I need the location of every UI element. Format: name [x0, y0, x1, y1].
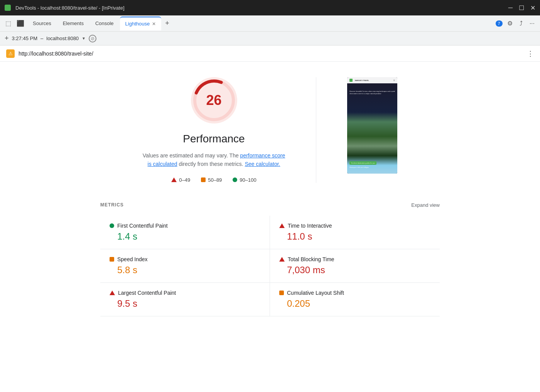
metric-tbt-name-row: Total Blocking Time	[279, 256, 430, 262]
performance-title: Performance	[183, 133, 245, 145]
cls-indicator-icon	[279, 291, 284, 295]
desc-middle: directly from these metrics.	[179, 161, 243, 167]
calculator-link[interactable]: See calculator.	[245, 161, 280, 167]
bad-range-label: 0–49	[179, 177, 190, 183]
preview-image: Discover beautiful Corsica, where stunni…	[347, 83, 397, 174]
inspect-button[interactable]: ⬛	[14, 17, 27, 29]
preview-site-title: MARGIE'S TRAVEL	[355, 79, 369, 81]
average-indicator-icon	[201, 177, 206, 182]
share-button[interactable]: ⤴	[517, 18, 525, 29]
section-divider	[316, 77, 316, 183]
tab-sources[interactable]: Sources	[27, 17, 57, 30]
metrics-header: METRICS Expand view	[100, 202, 440, 208]
device-toolbar-button[interactable]: ⬚	[3, 17, 14, 29]
time-display: 3:27:45 PM	[12, 35, 38, 41]
security-icon: ⚠	[6, 49, 15, 58]
title-bar-title: DevTools - localhost:8080/travel-site/ -…	[15, 5, 505, 11]
preview-tagline: Bastagne's hills and villages	[349, 166, 395, 168]
bad-indicator-icon	[171, 177, 177, 182]
url-display[interactable]: http://localhost:8080/travel-site/	[19, 51, 523, 57]
metric-fcp-name: First Contentful Paint	[117, 223, 168, 229]
metric-si-name: Speed Index	[117, 256, 148, 262]
average-range-label: 50–89	[208, 177, 222, 183]
desc-text: Values are estimated and may vary. The	[143, 152, 239, 159]
metric-lcp-name-row: Largest Contentful Paint	[110, 290, 260, 296]
legend-bad: 0–49	[171, 177, 190, 183]
tab-bar: ⬚ ⬛ Sources Elements Console Lighthouse …	[0, 15, 540, 32]
si-indicator-icon	[110, 257, 114, 262]
legend-average: 50–89	[201, 177, 222, 183]
tab-lighthouse[interactable]: Lighthouse ✕	[120, 17, 162, 30]
close-button[interactable]: ✕	[530, 4, 535, 12]
tab-console[interactable]: Console	[90, 17, 119, 30]
metric-tti-name-row: Time to Interactive	[279, 223, 430, 229]
lighthouse-content: 26 Performance Values are estimated and …	[85, 62, 455, 332]
tab-sources-label: Sources	[33, 20, 51, 26]
good-indicator-icon	[233, 177, 237, 182]
good-range-label: 90–100	[240, 177, 256, 183]
dropdown-icon[interactable]: ▼	[82, 36, 86, 41]
performance-gauge: 26	[191, 77, 237, 123]
preview-header: MARGIE'S TRAVEL ☰	[347, 77, 397, 83]
block-symbol: ⊘	[91, 36, 94, 41]
tab-elements-label: Elements	[63, 20, 84, 26]
lcp-indicator-icon	[110, 291, 115, 295]
score-preview-row: 26 Performance Values are estimated and …	[100, 77, 440, 183]
legend-row: 0–49 50–89 90–100	[171, 177, 256, 183]
site-preview: MARGIE'S TRAVEL ☰ Discover beautiful Cor…	[347, 77, 397, 174]
metric-cls: Cumulative Layout Shift 0.205	[270, 283, 440, 316]
tti-indicator-icon	[279, 223, 285, 228]
preview-hero-content: Discover beautiful Corsica, where stunni…	[349, 90, 395, 95]
metric-lcp: Largest Contentful Paint 9.5 s	[100, 283, 270, 316]
gauge-background: 26	[191, 77, 237, 123]
notification-badge: 7	[496, 20, 503, 27]
metric-tbt-name: Total Blocking Time	[288, 256, 334, 262]
metrics-section: METRICS Expand view First Contentful Pai…	[100, 202, 440, 316]
metric-tbt-value: 7,030 ms	[279, 265, 430, 275]
tab-elements[interactable]: Elements	[57, 17, 89, 30]
metric-tbt: Total Blocking Time 7,030 ms	[270, 249, 440, 283]
title-bar: DevTools - localhost:8080/travel-site/ -…	[0, 0, 540, 15]
metric-lcp-name: Largest Contentful Paint	[118, 290, 176, 296]
address-bar: + 3:27:45 PM – localhost:8080 ▼ ⊘	[0, 32, 540, 46]
metric-si-value: 5.8 s	[110, 265, 260, 275]
tab-console-label: Console	[95, 20, 114, 26]
gauge-number: 26	[206, 92, 221, 108]
tbt-indicator-icon	[279, 257, 285, 262]
metric-cls-value: 0.205	[279, 298, 430, 309]
metric-tti: Time to Interactive 11.0 s	[270, 216, 440, 249]
metric-cls-name: Cumulative Layout Shift	[287, 290, 344, 296]
settings-button[interactable]: ⚙	[505, 17, 515, 29]
main-content: 26 Performance Values are estimated and …	[0, 62, 540, 392]
metric-fcp-name-row: First Contentful Paint	[110, 223, 260, 229]
metric-tti-value: 11.0 s	[279, 231, 430, 242]
window-controls: ─ ☐ ✕	[508, 4, 535, 12]
metric-lcp-value: 9.5 s	[110, 298, 260, 309]
block-icon[interactable]: ⊘	[89, 35, 96, 42]
expand-view-button[interactable]: Expand view	[411, 202, 440, 208]
host-display: localhost:8080	[46, 35, 79, 41]
tab-lighthouse-label: Lighthouse	[125, 21, 150, 27]
preview-nav-icon: ☰	[393, 79, 395, 81]
tab-close-icon[interactable]: ✕	[152, 21, 156, 27]
metrics-label: METRICS	[100, 202, 124, 208]
separator: –	[40, 35, 43, 41]
add-tab-button[interactable]: +	[162, 18, 172, 29]
legend-good: 90–100	[233, 177, 256, 183]
preview-bottom-text: Our best destination guides for you Bast…	[349, 161, 395, 168]
restore-button[interactable]: ☐	[519, 4, 524, 12]
preview-cta-button: Our best destination guides for you	[349, 161, 376, 165]
more-options-button[interactable]: ···	[527, 18, 537, 29]
minimize-button[interactable]: ─	[508, 4, 513, 12]
new-tab-button[interactable]: +	[5, 34, 9, 42]
metric-tti-name: Time to Interactive	[288, 223, 332, 229]
performance-description: Values are estimated and may vary. The p…	[143, 151, 285, 169]
score-section: 26 Performance Values are estimated and …	[143, 77, 285, 183]
preview-logo-icon	[349, 79, 353, 82]
url-menu-button[interactable]: ⋮	[527, 49, 534, 58]
metric-cls-name-row: Cumulative Layout Shift	[279, 290, 430, 296]
devtools-icon	[5, 5, 11, 11]
metric-fcp: First Contentful Paint 1.4 s	[100, 216, 270, 249]
metric-si: Speed Index 5.8 s	[100, 249, 270, 283]
url-bar: ⚠ http://localhost:8080/travel-site/ ⋮	[0, 46, 540, 62]
